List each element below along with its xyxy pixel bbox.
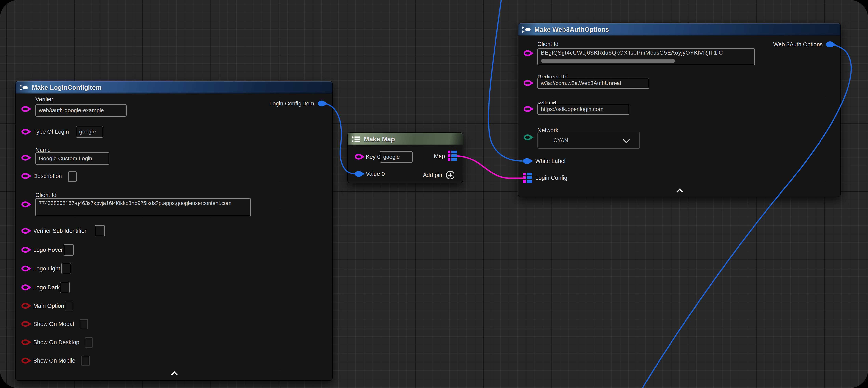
add-pin-label[interactable]: Add pin (423, 172, 442, 178)
field-label-verifier: Verifier (35, 96, 53, 102)
sdk-url-input[interactable]: https://sdk.openlogin.com (537, 104, 629, 115)
input-pin-value0[interactable] (355, 171, 363, 177)
field-label-logo-hover: Logo Hover (33, 246, 63, 253)
make-struct-icon (522, 26, 531, 33)
make-map-icon (352, 136, 361, 143)
main-option-checkbox[interactable] (65, 301, 73, 311)
input-pin-main-option[interactable] (22, 303, 29, 309)
node-make-web3authoptions[interactable]: Make Web3AuthOptions Web 3Auth Options C… (518, 23, 840, 197)
redirect-url-input[interactable]: w3a://com.w3a.Web3AuthUnreal (537, 78, 649, 89)
network-selected-value: CYAN (553, 138, 568, 144)
input-pin-type-of-login[interactable] (22, 129, 29, 135)
type-of-login-input[interactable]: google (76, 126, 103, 138)
key0-input[interactable]: google (380, 151, 412, 163)
output-label-map: Map (434, 153, 445, 159)
logo-light-input[interactable] (61, 263, 71, 274)
input-pin-verifier-sub-identifier[interactable] (22, 228, 29, 234)
add-pin-icon[interactable] (446, 171, 455, 179)
input-pin-description[interactable] (22, 173, 29, 179)
input-pin-show-on-desktop[interactable] (22, 339, 29, 345)
output-pin-map[interactable] (448, 151, 457, 161)
blueprint-graph-canvas[interactable]: Make LoginConfigItem Login Config Item V… (0, 0, 868, 388)
make-struct-icon (20, 84, 29, 91)
field-label-description: Description (33, 173, 62, 179)
node-title: Make Web3AuthOptions (534, 26, 609, 33)
node-header-make-web3authoptions[interactable]: Make Web3AuthOptions (518, 23, 840, 36)
node-header-make-map[interactable]: Make Map (348, 133, 463, 145)
input-pin-client-id[interactable] (524, 50, 532, 56)
input-pin-sdk-url[interactable] (524, 106, 532, 112)
logo-hover-input[interactable] (64, 244, 73, 256)
description-input[interactable] (68, 171, 77, 182)
chevron-down-icon (623, 136, 630, 143)
node-title: Make LoginConfigItem (32, 84, 101, 91)
show-on-modal-checkbox[interactable] (80, 319, 88, 329)
input-pin-show-on-mobile[interactable] (22, 358, 29, 363)
client-id-text: BEglQSgt4cUWcj6SKRdu5QkOXTsePmMcusG5EAoy… (541, 50, 723, 56)
field-label-show-on-mobile: Show On Mobile (33, 357, 75, 364)
input-pin-logo-light[interactable] (22, 266, 29, 271)
client-id-hscrollbar[interactable] (541, 59, 675, 63)
verifier-sub-identifier-input[interactable] (95, 225, 105, 236)
name-input[interactable]: Google Custom Login (35, 152, 110, 165)
field-label-logo-dark: Logo Dark (33, 284, 60, 291)
collapse-arrow-icon[interactable] (171, 371, 178, 376)
client-id-input[interactable]: 774338308167-q463s7kpvja16l4l0kko3nb925i… (35, 198, 251, 216)
wire-offscreen-to-whitelabel[interactable] (489, 0, 522, 161)
field-label-show-on-desktop: Show On Desktop (33, 339, 80, 346)
show-on-mobile-checkbox[interactable] (82, 356, 90, 366)
collapse-arrow-icon[interactable] (676, 188, 683, 192)
logo-dark-input[interactable] (60, 282, 69, 293)
field-label-logo-light: Logo Light (33, 265, 60, 272)
field-label-client-id: Client Id (537, 40, 558, 47)
field-label-key0: Key 0 (366, 153, 380, 160)
field-label-login-config: Login Config (535, 175, 567, 181)
output-label-web3auth-options: Web 3Auth Options (773, 41, 823, 48)
field-label-value0: Value 0 (366, 171, 385, 177)
input-pin-show-on-modal[interactable] (22, 321, 29, 327)
node-make-loginconfigitem[interactable]: Make LoginConfigItem Login Config Item V… (16, 81, 332, 380)
output-pin-login-config-item[interactable] (318, 100, 326, 107)
network-dropdown[interactable]: CYAN (537, 132, 640, 149)
input-pin-redirect-url[interactable] (524, 80, 532, 86)
input-pin-logo-dark[interactable] (22, 285, 29, 290)
input-pin-white-label[interactable] (523, 158, 531, 164)
show-on-desktop-checkbox[interactable] (85, 337, 93, 348)
input-pin-network[interactable] (524, 135, 532, 140)
node-header-make-loginconfigitem[interactable]: Make LoginConfigItem (16, 81, 332, 94)
node-make-map[interactable]: Make Map Key 0 google Map Value 0 Add pi… (348, 133, 463, 183)
node-title: Make Map (364, 136, 395, 143)
field-label-show-on-modal: Show On Modal (33, 321, 74, 327)
field-label-white-label: White Label (535, 158, 565, 165)
field-label-client-id: Client Id (35, 191, 56, 198)
input-pin-name[interactable] (22, 155, 29, 161)
input-pin-logo-hover[interactable] (22, 247, 29, 253)
field-label-verifier-sub-identifier: Verifier Sub Identifier (33, 228, 86, 234)
input-pin-key0[interactable] (355, 154, 363, 160)
input-pin-login-config[interactable] (523, 173, 532, 183)
output-label-login-config-item: Login Config Item (270, 100, 314, 107)
field-label-main-option: Main Option (33, 302, 64, 309)
input-pin-verifier[interactable] (22, 106, 29, 112)
field-label-type-of-login: Type Of Login (33, 128, 69, 135)
input-pin-client-id[interactable] (22, 202, 29, 207)
wire-map-to-loginconfig[interactable] (458, 156, 524, 178)
output-pin-web3auth-options[interactable] (826, 41, 834, 47)
verifier-input[interactable]: web3auth-google-example (35, 104, 127, 117)
